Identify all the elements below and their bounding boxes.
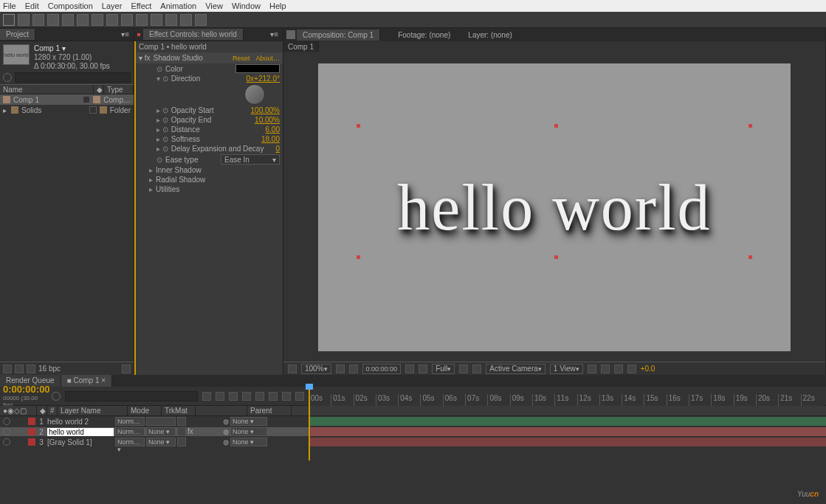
col-trkmat[interactable]: TrkMat — [162, 406, 196, 415]
timeline-icon[interactable] — [614, 365, 623, 373]
parent-pickwhip-icon[interactable]: ⊚ — [223, 428, 229, 436]
transform-handle[interactable] — [748, 124, 752, 128]
shy-icon[interactable] — [229, 392, 238, 401]
zoom-dropdown[interactable]: 100% ▾ — [301, 364, 331, 374]
trkmat-dropdown[interactable] — [146, 417, 176, 426]
menu-composition[interactable]: Composition — [48, 1, 93, 10]
fx-icon[interactable]: fx — [187, 427, 193, 436]
interpret-icon[interactable] — [3, 365, 12, 373]
trkmat-dropdown[interactable]: None ▾ — [146, 438, 176, 446]
group-radial-shadow[interactable]: Radial Shadow — [156, 176, 205, 184]
direction-dial[interactable] — [244, 84, 265, 105]
eraser-tool-icon[interactable] — [165, 14, 177, 26]
comp-subtab[interactable]: Comp 1 — [283, 41, 319, 52]
mask-tool-icon[interactable] — [92, 14, 103, 26]
draft3d-icon[interactable] — [216, 392, 224, 401]
visibility-toggle[interactable] — [3, 438, 10, 446]
label-swatch[interactable] — [83, 96, 90, 103]
rotate-tool-icon[interactable] — [47, 14, 59, 26]
timeline-comp-tab[interactable]: ■ Comp 1 × — [61, 375, 112, 387]
layer-tab[interactable]: Layer: (none) — [468, 31, 512, 39]
visibility-toggle[interactable] — [3, 418, 10, 425]
trash-icon[interactable] — [122, 365, 131, 373]
layer-name[interactable]: hello world 2 — [47, 418, 114, 426]
transform-handle[interactable] — [357, 124, 360, 128]
about-button[interactable]: About… — [255, 55, 280, 62]
layer-search-icon[interactable] — [52, 392, 61, 401]
motionblur-icon[interactable] — [255, 392, 264, 401]
hand-tool-icon[interactable] — [18, 14, 30, 26]
value-softness[interactable]: 18.00 — [261, 135, 280, 143]
menu-animation[interactable]: Animation — [160, 1, 196, 10]
blend-mode-dropdown[interactable]: Norm… ▾ — [115, 427, 145, 436]
roto-tool-icon[interactable] — [180, 14, 192, 26]
menu-view[interactable]: View — [205, 1, 223, 10]
menu-file[interactable]: File — [3, 1, 16, 10]
brush-tool-icon[interactable] — [136, 14, 148, 26]
layer-track[interactable] — [309, 427, 826, 437]
value-opacity-start[interactable]: 100.00% — [251, 106, 280, 114]
grid-icon[interactable] — [288, 365, 297, 373]
parent-dropdown[interactable]: None ▾ — [230, 438, 267, 446]
view-dropdown[interactable]: 1 View ▾ — [550, 364, 583, 374]
effect-header[interactable]: ▾ fx Shadow Studio Reset About… — [136, 52, 283, 63]
parent-dropdown[interactable]: None ▾ — [230, 417, 267, 426]
project-search-input[interactable] — [15, 72, 131, 83]
blend-mode-dropdown[interactable]: Norm… ▾ — [115, 438, 145, 446]
canvas[interactable]: hello world — [318, 63, 791, 351]
label-color[interactable] — [28, 418, 35, 425]
time-ruler[interactable]: 00s01s02s03s04s05s06s07s08s09s10s11s12s1… — [309, 387, 823, 406]
col-mode[interactable]: Mode — [128, 406, 162, 415]
footage-tab[interactable]: Footage: (none) — [398, 31, 450, 39]
new-folder-icon[interactable] — [15, 365, 24, 373]
transparency-icon[interactable] — [472, 365, 481, 373]
zoom-tool-icon[interactable] — [32, 14, 44, 26]
project-item-comp[interactable]: Comp 1 Comp… — [0, 94, 134, 105]
transform-handle[interactable] — [357, 255, 360, 259]
puppet-tool-icon[interactable] — [195, 14, 207, 26]
menu-layer[interactable]: Layer — [102, 1, 123, 10]
panel-menu-icon[interactable]: ▾≡ — [117, 30, 134, 38]
new-comp-icon[interactable] — [27, 365, 35, 373]
col-label-icon[interactable]: ◆ — [94, 85, 104, 94]
timeline-layer-row[interactable]: 2hello worldNorm… ▾None ▾fx⊚None ▾ — [0, 427, 826, 437]
roi-icon[interactable] — [459, 365, 468, 373]
timeline-layer-row[interactable]: 1hello world 2Norm… ▾ ⊚None ▾ — [0, 416, 826, 427]
autokey-icon[interactable] — [282, 392, 291, 401]
pen-tool-icon[interactable] — [106, 14, 118, 26]
transform-handle[interactable] — [554, 255, 558, 259]
switch-icon[interactable] — [177, 438, 186, 446]
panel-menu-icon[interactable]: ▾≡ — [266, 30, 283, 38]
flowchart-icon[interactable] — [627, 365, 636, 373]
snapshot-icon[interactable] — [405, 365, 414, 373]
composition-viewer[interactable]: hello world — [283, 53, 825, 362]
layer-track[interactable] — [309, 416, 826, 427]
value-opacity-end[interactable]: 10.00% — [255, 116, 280, 124]
brainstorm-icon[interactable] — [269, 392, 278, 401]
playhead[interactable] — [309, 387, 310, 460]
col-num[interactable]: # — [47, 406, 58, 415]
value-direction[interactable]: 0x+212.0° — [247, 75, 280, 83]
camera-tool-icon[interactable] — [62, 14, 74, 26]
menu-edit[interactable]: Edit — [25, 1, 39, 10]
menu-window[interactable]: Window — [232, 1, 261, 10]
switch-icon[interactable] — [177, 427, 186, 436]
trkmat-dropdown[interactable]: None ▾ — [146, 427, 176, 436]
resolution-dropdown[interactable]: Full ▾ — [432, 364, 455, 374]
frameblend-icon[interactable] — [242, 392, 251, 401]
layer-bar[interactable] — [309, 417, 826, 426]
layer-name[interactable]: hello world — [47, 428, 114, 436]
channel-icon[interactable] — [419, 365, 427, 373]
comp-mini-icon[interactable] — [202, 392, 211, 401]
mask-icon[interactable] — [349, 365, 358, 373]
layer-search-input[interactable] — [65, 391, 198, 401]
pan-behind-tool-icon[interactable] — [77, 14, 89, 26]
value-delay[interactable]: 0 — [275, 145, 280, 153]
label-swatch[interactable] — [89, 106, 97, 114]
graph-icon[interactable] — [295, 392, 304, 401]
ease-dropdown[interactable]: Ease In▾ — [221, 154, 280, 165]
col-label[interactable]: ◆ — [37, 406, 47, 415]
label-color[interactable] — [28, 428, 35, 435]
text-tool-icon[interactable] — [121, 14, 133, 26]
timeline-layer-row[interactable]: 3[Gray Solid 1]Norm… ▾None ▾⊚None ▾ — [0, 437, 826, 447]
